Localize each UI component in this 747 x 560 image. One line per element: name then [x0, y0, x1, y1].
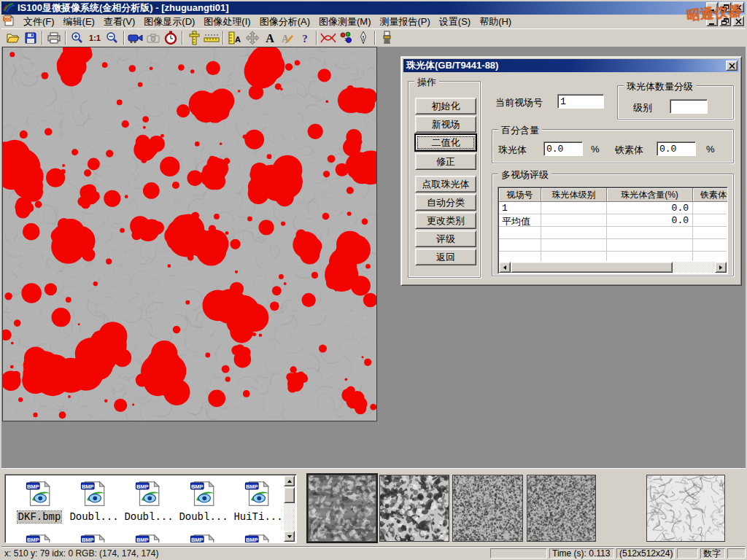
thumbnail-3[interactable]	[452, 475, 523, 542]
menu-settings[interactable]: 设置(S)	[435, 14, 475, 30]
brush-tool-icon[interactable]	[378, 30, 395, 46]
status-panel-mode: 数字	[700, 548, 725, 559]
return-button[interactable]: 返回	[415, 249, 476, 265]
col-ferrite[interactable]: 铁素体含量(%)	[693, 188, 728, 202]
bmp-file-icon: BMP	[244, 479, 273, 508]
file-item[interactable]: BMP	[177, 532, 231, 543]
horizontal-ruler-icon[interactable]	[203, 30, 220, 46]
open-file-icon[interactable]	[4, 30, 22, 46]
menu-image-measure[interactable]: 图像测量(M)	[314, 14, 376, 30]
zoom-in-icon[interactable]	[69, 30, 86, 46]
curve-measure-icon[interactable]	[320, 30, 337, 46]
menu-file[interactable]: 文件(F)	[19, 14, 59, 30]
phase-marker-icon[interactable]: 3	[337, 30, 355, 46]
pen-tool-icon[interactable]	[355, 30, 372, 46]
svg-text:BMP: BMP	[136, 483, 149, 490]
micrograph-image[interactable]	[2, 47, 377, 421]
svg-text:BMP: BMP	[82, 537, 94, 543]
current-field-input[interactable]: 1	[557, 94, 604, 109]
svg-text:BMP: BMP	[82, 483, 94, 490]
file-item[interactable]: BMP	[67, 532, 121, 543]
menu-help[interactable]: 帮助(H)	[475, 14, 516, 30]
hscroll-thumb[interactable]	[511, 262, 673, 273]
svg-text:BMP: BMP	[27, 483, 39, 490]
rate-button[interactable]: 评级	[415, 230, 476, 247]
menu-image-display[interactable]: 图像显示(D)	[139, 14, 199, 30]
init-button[interactable]: 初始化	[415, 98, 476, 114]
status-panel-3	[677, 548, 698, 559]
svg-text:1:1: 1:1	[89, 34, 101, 42]
file-name: DKF.bmp	[18, 511, 62, 523]
menu-measure-report[interactable]: 测量报告(P)	[375, 14, 434, 30]
toolbar: 1:1 A A A ? 3	[1, 28, 746, 47]
app-icon	[3, 2, 15, 15]
status-bar: x: 510 y: 79 idx: 0 RGB: (174, 174, 174)…	[1, 546, 746, 559]
file-item[interactable]: BMP Doubl...	[177, 479, 231, 523]
binarize-button[interactable]: 二值化	[415, 134, 476, 151]
file-item[interactable]: BMP DKF.bmp	[12, 479, 66, 523]
col-grade[interactable]: 珠光体级别	[541, 188, 607, 202]
thumbnail-1[interactable]	[308, 475, 376, 542]
grade-input[interactable]	[670, 99, 708, 114]
menu-bar: DOC 文件(F) 编辑(E) 查看(V) 图像显示(D) 图像处理(I) 图像…	[1, 15, 746, 28]
status-panel-1	[490, 548, 547, 559]
col-pearlite[interactable]: 珠光体含量(%)	[607, 188, 693, 202]
file-item[interactable]: BMP Doubl...	[67, 479, 121, 523]
title-bar: IS100显微摄像系统(金相分析版) - [zhuguangti01]	[1, 1, 746, 15]
menu-edit[interactable]: 编辑(E)	[59, 14, 99, 30]
move-tool-icon[interactable]	[244, 30, 261, 46]
pick-pearlite-button[interactable]: 点取珠光体	[415, 176, 476, 192]
zoom-out-icon[interactable]	[104, 30, 121, 46]
text-label-icon[interactable]: A	[261, 30, 279, 46]
video-capture-icon[interactable]	[127, 30, 144, 46]
auto-classify-button[interactable]: 自动分类	[415, 194, 476, 211]
thumbnail-2[interactable]	[379, 475, 449, 542]
hscroll-left-button[interactable]	[499, 262, 511, 273]
correct-button[interactable]: 修正	[415, 153, 476, 170]
menu-view[interactable]: 查看(V)	[99, 14, 139, 30]
bmp-file-icon: BMP	[25, 532, 54, 543]
help-icon[interactable]: ?	[296, 30, 314, 46]
bmp-file-icon: BMP	[244, 532, 273, 543]
print-icon[interactable]	[45, 30, 63, 46]
document-icon[interactable]: DOC	[3, 15, 15, 28]
file-list-scrollbar[interactable]	[284, 475, 295, 542]
row1-pearlite[interactable]: 0.0	[607, 203, 689, 214]
file-name: Doubl...	[123, 511, 174, 523]
percent-group-label: 百分含量	[498, 124, 542, 137]
row1-field[interactable]: 1	[499, 203, 540, 214]
row2-field[interactable]: 平均值	[499, 215, 550, 228]
actual-size-icon[interactable]: 1:1	[86, 30, 104, 46]
svg-text:BMP: BMP	[136, 537, 149, 543]
new-field-button[interactable]: 新视场	[415, 116, 476, 133]
camera-icon[interactable]	[144, 30, 162, 46]
pearlite-input[interactable]: 0.0	[543, 141, 583, 156]
row2-pearlite[interactable]: 0.0	[607, 215, 689, 226]
thumbnail-5[interactable]	[646, 475, 725, 542]
change-class-button[interactable]: 更改类别	[415, 212, 476, 229]
hscroll-right-button[interactable]	[715, 262, 727, 273]
file-item[interactable]: BMP	[12, 532, 66, 543]
file-item[interactable]: BMP	[231, 532, 285, 543]
file-list: BMP DKF.bmp BMP Doubl... BMP Doubl...	[4, 474, 297, 543]
file-item[interactable]: BMP HuiTi...	[231, 479, 285, 523]
col-field[interactable]: 视场号	[499, 188, 541, 202]
svg-text:A: A	[235, 35, 241, 44]
edit-annotation-icon[interactable]: A	[279, 30, 296, 46]
calibration-ruler-icon[interactable]: A	[226, 30, 244, 46]
save-icon[interactable]	[22, 30, 39, 46]
thumbnail-4[interactable]	[527, 475, 596, 542]
file-name: HuiTi...	[233, 511, 283, 523]
menu-image-analysis[interactable]: 图像分析(A)	[255, 14, 314, 30]
svg-text:BMP: BMP	[27, 537, 39, 543]
file-item[interactable]: BMP Doubl...	[122, 479, 176, 523]
dialog-title: 珠光体(GB/T9441-88)	[406, 59, 498, 72]
svg-text:DOC: DOC	[3, 17, 12, 21]
menu-image-process[interactable]: 图像处理(I)	[199, 14, 255, 30]
file-item[interactable]: BMP	[122, 532, 176, 543]
timer-icon[interactable]	[162, 30, 179, 46]
status-panel-4	[727, 548, 746, 559]
dialog-close-button[interactable]	[726, 61, 738, 71]
ferrite-input[interactable]: 0.0	[657, 141, 696, 156]
vertical-ruler-icon[interactable]	[185, 30, 203, 46]
